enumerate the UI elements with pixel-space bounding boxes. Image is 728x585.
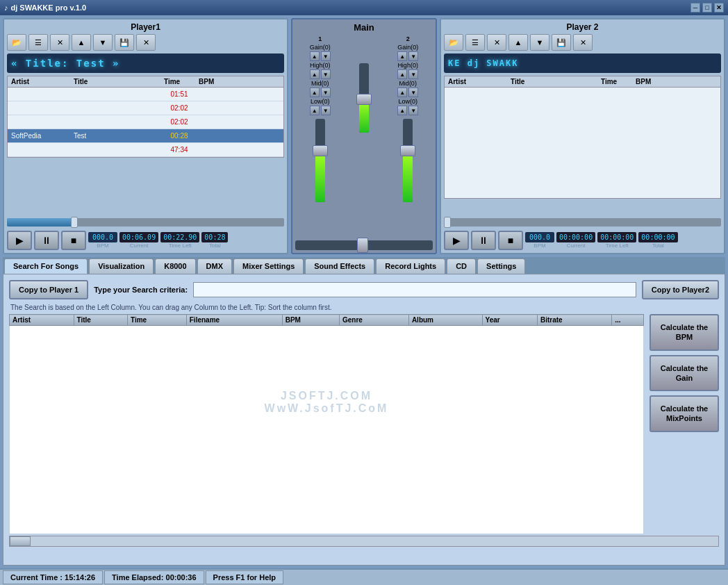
- ch2-mid-up[interactable]: ▲: [397, 88, 407, 97]
- tab-visualization[interactable]: Visualization: [89, 258, 154, 274]
- player1-x-btn[interactable]: ✕: [136, 34, 156, 51]
- player1-total-group: 00:28 Total: [201, 232, 228, 249]
- player2-x-btn[interactable]: ✕: [573, 34, 593, 51]
- col-header-year[interactable]: Year: [482, 315, 537, 326]
- close-button[interactable]: ✕: [714, 3, 724, 13]
- col-header-title[interactable]: Title: [74, 315, 127, 326]
- col-header-more[interactable]: ...: [612, 315, 644, 326]
- tab-cd[interactable]: CD: [447, 258, 476, 274]
- player2-save-btn[interactable]: 💾: [552, 34, 571, 51]
- tab-sound-effects[interactable]: Sound Effects: [305, 258, 374, 274]
- col-header-bpm[interactable]: BPM: [282, 315, 339, 326]
- player2-down-btn[interactable]: ▼: [530, 34, 549, 51]
- scrollbar-track: [10, 536, 718, 546]
- player2-open-btn[interactable]: 📂: [444, 34, 463, 51]
- main-fader-thumb[interactable]: [356, 94, 372, 105]
- tab-settings[interactable]: Settings: [477, 258, 525, 274]
- col-header-bitrate[interactable]: Bitrate: [538, 315, 612, 326]
- ch1-mid-down[interactable]: ▼: [321, 88, 331, 97]
- col-header-artist[interactable]: Artist: [10, 315, 74, 326]
- table-row[interactable]: 02:02: [8, 115, 283, 129]
- player1-play-btn[interactable]: ▶: [7, 231, 32, 250]
- ch1-low-down[interactable]: ▼: [321, 106, 331, 115]
- player2-up-btn[interactable]: ▲: [508, 34, 528, 51]
- ch1-fader[interactable]: [315, 119, 325, 202]
- minimize-button[interactable]: ─: [690, 3, 700, 13]
- player2-progress-thumb[interactable]: [444, 217, 451, 228]
- ch1-low-up[interactable]: ▲: [310, 106, 320, 115]
- ch2-mid-down[interactable]: ▼: [408, 88, 418, 97]
- ch1-gain-down[interactable]: ▼: [321, 51, 331, 61]
- tab-record-lights[interactable]: Record Lights: [376, 258, 445, 274]
- player1-save-btn[interactable]: 💾: [115, 34, 134, 51]
- tab-mixer-settings[interactable]: Mixer Settings: [233, 258, 304, 274]
- player2-progress-bar[interactable]: [444, 218, 721, 226]
- ch2-high-down[interactable]: ▼: [408, 69, 418, 79]
- search-input[interactable]: [193, 282, 636, 297]
- player1-progress-fill: [7, 218, 76, 226]
- ch1-mid-up[interactable]: ▲: [310, 88, 320, 97]
- player1-close-btn[interactable]: ✕: [50, 34, 69, 51]
- mixer-channels: 1 Gain(0) ▲ ▼ High(0) ▲ ▼ Mid(0) ▲ ▼: [295, 35, 433, 238]
- calculate-gain-button[interactable]: Calculate theGain: [650, 355, 719, 392]
- player1-transport: ▶ ⏸ ■ 000.0 BPM 00:06.09 Current 00:22.9…: [7, 231, 284, 250]
- ch1-fader-thumb[interactable]: [313, 145, 328, 156]
- table-row[interactable]: 01:51: [8, 88, 283, 101]
- ch2-gain-up[interactable]: ▲: [397, 51, 407, 61]
- player1-progress-bar[interactable]: [7, 218, 284, 226]
- copy-to-player1-button[interactable]: Copy to Player 1: [9, 280, 88, 299]
- player2-stop-btn[interactable]: ■: [498, 231, 523, 250]
- tab-k8000[interactable]: K8000: [155, 258, 195, 274]
- ch1-gain-up[interactable]: ▲: [310, 51, 320, 61]
- player1-total-label: Total: [209, 242, 221, 249]
- player1-list-btn[interactable]: ☰: [28, 34, 48, 51]
- ch1-high-down[interactable]: ▼: [321, 69, 331, 79]
- player1-bpm-display-group: 000.0 BPM: [88, 232, 117, 249]
- calculate-bpm-button[interactable]: Calculate theBPM: [650, 314, 719, 351]
- ch1-gain-knob: ▲ ▼: [310, 51, 331, 61]
- table-row[interactable]: 02:02: [8, 101, 283, 115]
- copy-to-player2-button[interactable]: Copy to Player2: [642, 280, 719, 299]
- main-fader[interactable]: [359, 63, 369, 133]
- main-fader-area: [359, 35, 369, 105]
- col-header-genre[interactable]: Genre: [340, 315, 409, 326]
- maximize-button[interactable]: □: [702, 3, 712, 13]
- player2-list-btn[interactable]: ☰: [465, 34, 485, 51]
- player1-open-btn[interactable]: 📂: [7, 34, 26, 51]
- scrollbar-thumb[interactable]: [10, 536, 31, 546]
- ch2-gain-down[interactable]: ▼: [408, 51, 418, 61]
- player1-stop-btn[interactable]: ■: [61, 231, 86, 250]
- player1-playlist-header: Artist Title Time BPM: [7, 76, 284, 88]
- search-table-area: JSOFTJ.COMWwW.JsofTJ.CoM Artist Title Ti…: [9, 314, 644, 534]
- tab-dmx[interactable]: DMX: [197, 258, 232, 274]
- ch1-high-up[interactable]: ▲: [310, 69, 320, 79]
- player1-progress-thumb[interactable]: [71, 217, 78, 228]
- tab-search-songs[interactable]: Search For Songs: [4, 258, 88, 274]
- app-icon: ♪: [4, 3, 8, 12]
- player1-up-btn[interactable]: ▲: [72, 34, 91, 51]
- calculate-mixpoints-button[interactable]: Calculate theMixPoints: [650, 395, 719, 432]
- tab-content: Copy to Player 1 Type your Search criter…: [3, 274, 725, 566]
- player1-down-btn[interactable]: ▼: [93, 34, 113, 51]
- mixer-channel-2: 2 Gain(0) ▲ ▼ High(0) ▲ ▼ Mid(0) ▲ ▼: [389, 35, 427, 238]
- ch2-high-up[interactable]: ▲: [397, 69, 407, 79]
- crossfader-track[interactable]: [295, 240, 433, 250]
- ch2-low-up[interactable]: ▲: [397, 106, 407, 115]
- table-row-active[interactable]: SoftPedia Test 00:28: [8, 129, 283, 143]
- ch2-fader-thumb[interactable]: [400, 145, 415, 156]
- crossfader-thumb[interactable]: [357, 238, 368, 253]
- player2-close-btn[interactable]: ✕: [487, 34, 506, 51]
- col-header-album[interactable]: Album: [408, 315, 482, 326]
- ch2-fader[interactable]: [403, 119, 413, 202]
- player1-pause-btn[interactable]: ⏸: [34, 231, 59, 250]
- col-header-time[interactable]: Time: [127, 315, 186, 326]
- table-row[interactable]: 47:34: [8, 143, 283, 157]
- ch2-low-down[interactable]: ▼: [408, 106, 418, 115]
- player2-play-btn[interactable]: ▶: [444, 231, 469, 250]
- player2-rows: [444, 88, 721, 199]
- col-header-filename[interactable]: Filename: [186, 315, 282, 326]
- ch2-gain-knob: ▲ ▼: [397, 51, 418, 61]
- player2-pause-btn[interactable]: ⏸: [471, 231, 496, 250]
- horizontal-scrollbar[interactable]: [9, 536, 719, 547]
- player1-timeleft-label: Time Left: [169, 242, 192, 249]
